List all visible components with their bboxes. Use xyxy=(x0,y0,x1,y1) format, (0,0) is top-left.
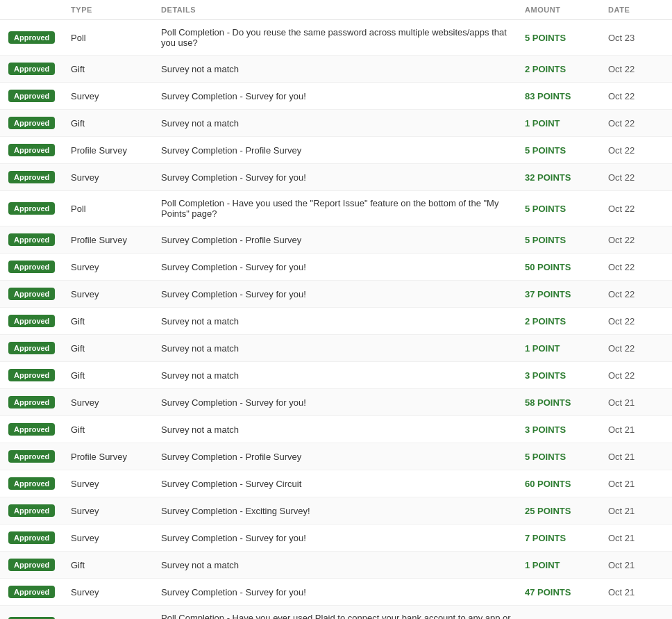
status-cell: Approved xyxy=(8,171,71,183)
details-cell: Survey not a match xyxy=(161,64,525,74)
table-row: Approved Profile Survey Survey Completio… xyxy=(0,137,672,164)
amount-cell: 3 POINTS xyxy=(525,370,608,381)
type-cell: Profile Survey xyxy=(71,145,161,156)
details-cell: Survey Completion - Survey for you! xyxy=(161,289,525,299)
approved-badge: Approved xyxy=(8,202,55,215)
status-cell: Approved xyxy=(8,261,71,273)
type-cell: Survey xyxy=(71,91,161,101)
table-row: Approved Survey Survey Completion - Surv… xyxy=(0,83,672,110)
type-cell: Gift xyxy=(71,560,161,570)
status-cell: Approved xyxy=(8,369,71,381)
details-cell: Survey Completion - Survey for you! xyxy=(161,91,525,101)
amount-cell: 1 POINT xyxy=(525,343,608,354)
status-cell: Approved xyxy=(8,315,71,327)
amount-cell: 5 POINTS xyxy=(525,145,608,156)
amount-cell: 50 POINTS xyxy=(525,262,608,272)
type-cell: Survey xyxy=(71,506,161,516)
table-row: Approved Survey Survey Completion - Exci… xyxy=(0,497,672,525)
table-row: Approved Survey Survey Completion - Surv… xyxy=(0,470,672,497)
type-cell: Survey xyxy=(71,397,161,408)
amount-cell: 25 POINTS xyxy=(525,506,608,516)
type-cell: Profile Survey xyxy=(71,235,161,245)
table-header: TYPE DETAILS AMOUNT DATE xyxy=(0,0,672,20)
amount-cell: 58 POINTS xyxy=(525,397,608,408)
details-cell: Survey Completion - Survey for you! xyxy=(161,397,525,408)
status-cell: Approved xyxy=(8,144,71,156)
details-cell: Survey Completion - Exciting Survey! xyxy=(161,506,525,516)
table-row: Approved Profile Survey Survey Completio… xyxy=(0,443,672,470)
header-type: TYPE xyxy=(71,6,161,14)
transactions-table: TYPE DETAILS AMOUNT DATE Approved Poll P… xyxy=(0,0,672,619)
date-cell: Oct 22 xyxy=(608,289,664,299)
details-cell: Survey Completion - Profile Survey xyxy=(161,452,525,462)
details-cell: Survey not a match xyxy=(161,343,525,354)
table-row: Approved Gift Survey not a match 1 POINT… xyxy=(0,552,672,579)
approved-badge: Approved xyxy=(8,450,55,463)
status-cell: Approved xyxy=(8,586,71,598)
date-cell: Oct 22 xyxy=(608,91,664,101)
amount-cell: 5 POINTS xyxy=(525,235,608,245)
approved-badge: Approved xyxy=(8,233,55,246)
details-cell: Survey Completion - Survey for you! xyxy=(161,533,525,543)
approved-badge: Approved xyxy=(8,423,55,436)
table-row: Approved Gift Survey not a match 1 POINT… xyxy=(0,335,672,362)
type-cell: Gift xyxy=(71,316,161,327)
status-cell: Approved xyxy=(8,202,71,215)
date-cell: Oct 22 xyxy=(608,204,664,214)
table-body: Approved Poll Poll Completion - Do you r… xyxy=(0,20,672,619)
status-cell: Approved xyxy=(8,450,71,463)
type-cell: Gift xyxy=(71,343,161,354)
status-cell: Approved xyxy=(8,342,71,354)
date-cell: Oct 21 xyxy=(608,452,664,462)
details-cell: Survey not a match xyxy=(161,118,525,129)
approved-badge: Approved xyxy=(8,559,55,571)
approved-badge: Approved xyxy=(8,288,55,300)
approved-badge: Approved xyxy=(8,171,55,183)
status-cell: Approved xyxy=(8,63,71,75)
status-cell: Approved xyxy=(8,31,71,44)
approved-badge: Approved xyxy=(8,396,55,408)
type-cell: Poll xyxy=(71,204,161,214)
header-details: DETAILS xyxy=(161,6,525,14)
approved-badge: Approved xyxy=(8,117,55,129)
status-cell: Approved xyxy=(8,559,71,571)
approved-badge: Approved xyxy=(8,63,55,75)
date-cell: Oct 23 xyxy=(608,33,664,43)
details-cell: Survey not a match xyxy=(161,560,525,570)
status-cell: Approved xyxy=(8,423,71,436)
type-cell: Gift xyxy=(71,118,161,129)
date-cell: Oct 21 xyxy=(608,560,664,570)
amount-cell: 2 POINTS xyxy=(525,64,608,74)
type-cell: Gift xyxy=(71,370,161,381)
type-cell: Survey xyxy=(71,172,161,183)
date-cell: Oct 21 xyxy=(608,479,664,489)
table-row: Approved Survey Survey Completion - Surv… xyxy=(0,389,672,416)
date-cell: Oct 21 xyxy=(608,424,664,435)
amount-cell: 47 POINTS xyxy=(525,587,608,597)
table-row: Approved Profile Survey Survey Completio… xyxy=(0,226,672,254)
date-cell: Oct 22 xyxy=(608,316,664,327)
status-cell: Approved xyxy=(8,531,71,544)
table-row: Approved Poll Poll Completion - Have you… xyxy=(0,606,672,619)
amount-cell: 1 POINT xyxy=(525,560,608,570)
approved-badge: Approved xyxy=(8,144,55,156)
details-cell: Survey Completion - Survey for you! xyxy=(161,172,525,183)
date-cell: Oct 21 xyxy=(608,533,664,543)
table-row: Approved Gift Survey not a match 1 POINT… xyxy=(0,110,672,137)
amount-cell: 37 POINTS xyxy=(525,289,608,299)
type-cell: Survey xyxy=(71,289,161,299)
table-row: Approved Gift Survey not a match 2 POINT… xyxy=(0,56,672,83)
amount-cell: 60 POINTS xyxy=(525,479,608,489)
type-cell: Survey xyxy=(71,533,161,543)
approved-badge: Approved xyxy=(8,586,55,598)
details-cell: Poll Completion - Have you ever used Pla… xyxy=(161,613,525,619)
details-cell: Poll Completion - Do you reuse the same … xyxy=(161,27,525,48)
date-cell: Oct 22 xyxy=(608,145,664,156)
amount-cell: 32 POINTS xyxy=(525,172,608,183)
amount-cell: 2 POINTS xyxy=(525,316,608,327)
details-cell: Survey Completion - Survey Circuit xyxy=(161,479,525,489)
details-cell: Survey not a match xyxy=(161,316,525,327)
date-cell: Oct 22 xyxy=(608,64,664,74)
amount-cell: 5 POINTS xyxy=(525,204,608,214)
date-cell: Oct 21 xyxy=(608,506,664,516)
